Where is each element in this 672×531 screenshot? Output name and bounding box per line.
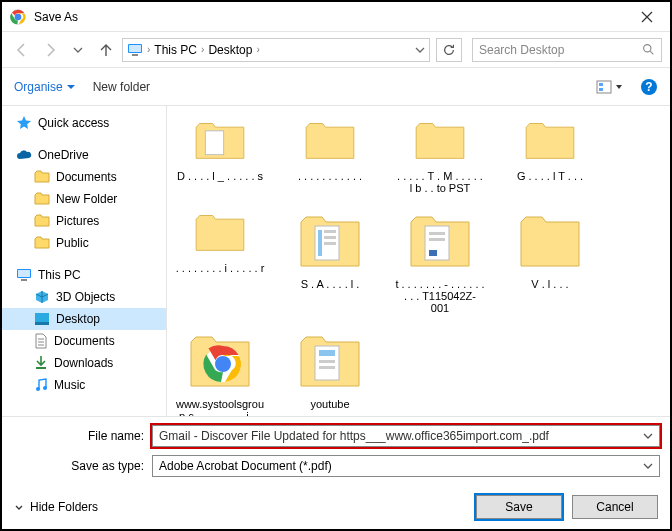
nav-onedrive-documents[interactable]: Documents bbox=[2, 166, 166, 188]
chevron-down-icon bbox=[643, 431, 653, 441]
cloud-icon bbox=[16, 149, 32, 161]
chrome-icon bbox=[10, 9, 26, 25]
svg-rect-27 bbox=[429, 232, 445, 235]
folder-item[interactable]: . . . . . T . M . . . . . l b . . to PST bbox=[395, 112, 485, 194]
folder-item[interactable]: V . l . . . bbox=[505, 204, 595, 314]
save-form: File name: Gmail - Discover File Updated… bbox=[2, 416, 670, 485]
svg-rect-29 bbox=[429, 250, 437, 256]
svg-rect-20 bbox=[205, 131, 223, 155]
svg-rect-7 bbox=[597, 81, 611, 93]
dialog-button-row: Hide Folders Save Cancel bbox=[2, 485, 670, 529]
view-options-button[interactable] bbox=[596, 78, 622, 96]
folder-item[interactable]: S . A . . . . l . bbox=[285, 204, 375, 314]
nav-quick-access[interactable]: Quick access bbox=[2, 112, 166, 134]
folder-icon bbox=[520, 118, 580, 162]
desktop-icon bbox=[34, 312, 50, 326]
svg-rect-4 bbox=[129, 45, 141, 52]
chevron-down-icon bbox=[73, 45, 83, 55]
cube-icon bbox=[34, 290, 50, 304]
cancel-button[interactable]: Cancel bbox=[572, 495, 658, 519]
folder-preview-icon bbox=[295, 328, 365, 392]
up-button[interactable] bbox=[94, 38, 118, 62]
new-folder-button[interactable]: New folder bbox=[93, 80, 150, 94]
folder-item[interactable]: D . . . . l _ . . . . . s bbox=[175, 112, 265, 194]
nav-this-pc[interactable]: This PC bbox=[2, 264, 166, 286]
folder-icon bbox=[300, 118, 360, 162]
nav-onedrive-pictures[interactable]: Pictures bbox=[2, 210, 166, 232]
nav-downloads[interactable]: Downloads bbox=[2, 352, 166, 374]
folder-item[interactable]: t . . . . . . . - . . . . . . . . . T115… bbox=[395, 204, 485, 314]
folder-chrome-icon bbox=[185, 328, 255, 392]
svg-rect-13 bbox=[18, 270, 30, 277]
svg-point-31 bbox=[215, 356, 231, 372]
folder-item[interactable]: . . . . . . . . . . . bbox=[285, 112, 375, 194]
chevron-down-icon bbox=[643, 461, 653, 471]
monitor-icon bbox=[16, 268, 32, 282]
close-button[interactable] bbox=[624, 2, 670, 32]
svg-rect-22 bbox=[318, 230, 322, 256]
nav-documents[interactable]: Documents bbox=[2, 330, 166, 352]
organise-button[interactable]: Organise bbox=[14, 80, 75, 94]
navigation-pane: Quick access OneDrive Documents New Fold… bbox=[2, 106, 167, 416]
filename-label: File name: bbox=[12, 429, 152, 443]
monitor-icon bbox=[127, 43, 143, 57]
svg-rect-17 bbox=[36, 367, 46, 369]
svg-rect-9 bbox=[599, 88, 603, 91]
breadcrumb[interactable]: › This PC › Desktop › bbox=[122, 38, 430, 62]
svg-point-18 bbox=[36, 387, 40, 391]
search-icon bbox=[642, 43, 655, 56]
back-button[interactable] bbox=[10, 38, 34, 62]
refresh-button[interactable] bbox=[436, 38, 462, 62]
breadcrumb-thispc[interactable]: This PC bbox=[154, 43, 197, 57]
breadcrumb-desktop[interactable]: Desktop bbox=[208, 43, 252, 57]
svg-rect-15 bbox=[35, 313, 49, 322]
document-icon bbox=[34, 333, 48, 349]
savetype-select[interactable]: Adobe Acrobat Document (*.pdf) bbox=[152, 455, 660, 477]
chevron-down-icon[interactable] bbox=[415, 45, 425, 55]
chevron-down-icon bbox=[14, 502, 24, 512]
forward-button[interactable] bbox=[38, 38, 62, 62]
folder-view[interactable]: D . . . . l _ . . . . . s . . . . . . . … bbox=[167, 106, 670, 416]
chevron-right-icon: › bbox=[147, 44, 150, 55]
folder-preview-icon bbox=[405, 208, 475, 272]
nav-desktop[interactable]: Desktop bbox=[2, 308, 166, 330]
nav-onedrive[interactable]: OneDrive bbox=[2, 144, 166, 166]
folder-item[interactable]: G . . . . l T . . . bbox=[505, 112, 595, 194]
svg-text:?: ? bbox=[645, 80, 652, 94]
folder-item[interactable]: www.systoolsgroup.c . . . . . . - . j . … bbox=[175, 324, 265, 416]
recent-locations-button[interactable] bbox=[66, 38, 90, 62]
folder-item[interactable]: youtube bbox=[285, 324, 375, 416]
search-input[interactable]: Search Desktop bbox=[472, 38, 662, 62]
nav-onedrive-public[interactable]: Public bbox=[2, 232, 166, 254]
address-bar: › This PC › Desktop › Search Desktop bbox=[2, 32, 670, 68]
chevron-right-icon: › bbox=[256, 44, 259, 55]
folder-icon bbox=[34, 236, 50, 250]
folder-icon bbox=[34, 214, 50, 228]
titlebar-title: Save As bbox=[34, 10, 624, 24]
arrow-up-icon bbox=[98, 42, 114, 58]
svg-point-6 bbox=[644, 45, 651, 52]
nav-music[interactable]: Music bbox=[2, 374, 166, 396]
hide-folders-button[interactable]: Hide Folders bbox=[14, 500, 98, 514]
svg-rect-25 bbox=[324, 242, 336, 245]
svg-rect-8 bbox=[599, 83, 603, 86]
svg-rect-34 bbox=[319, 360, 335, 363]
save-button[interactable]: Save bbox=[476, 495, 562, 519]
nav-3d-objects[interactable]: 3D Objects bbox=[2, 286, 166, 308]
chevron-right-icon: › bbox=[201, 44, 204, 55]
svg-rect-23 bbox=[324, 230, 336, 233]
help-icon: ? bbox=[640, 78, 658, 96]
help-button[interactable]: ? bbox=[640, 78, 658, 96]
svg-rect-33 bbox=[319, 350, 335, 356]
folder-item[interactable]: . . . . . . . . i . . . . . r bbox=[175, 204, 265, 314]
save-as-dialog: Save As › This PC › Desktop › Search Des… bbox=[0, 0, 672, 531]
svg-rect-14 bbox=[21, 279, 27, 281]
folder-icon bbox=[190, 210, 250, 254]
filename-input[interactable]: Gmail - Discover File Updated for https_… bbox=[152, 425, 660, 447]
savetype-label: Save as type: bbox=[12, 459, 152, 473]
nav-onedrive-newfolder[interactable]: New Folder bbox=[2, 188, 166, 210]
download-icon bbox=[34, 355, 48, 371]
folder-preview-icon bbox=[295, 208, 365, 272]
svg-rect-24 bbox=[324, 236, 336, 239]
arrow-right-icon bbox=[42, 42, 58, 58]
